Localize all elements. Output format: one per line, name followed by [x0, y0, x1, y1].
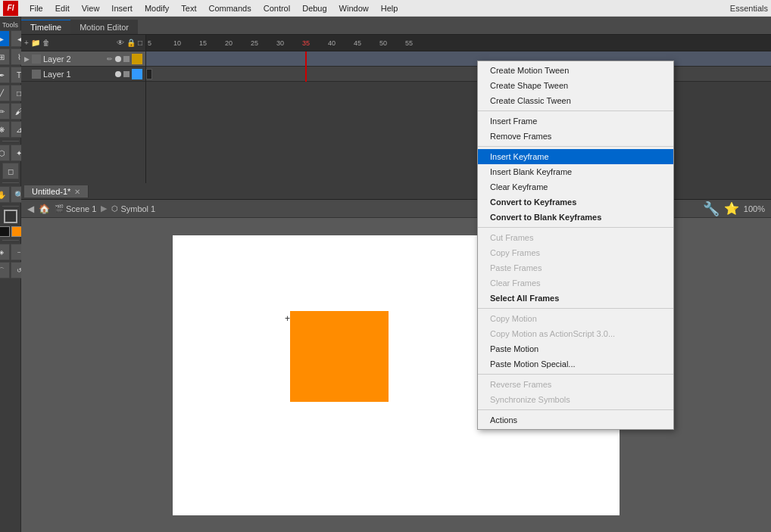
- menu-window[interactable]: Window: [334, 2, 374, 14]
- layer2-expand-icon: ▶: [24, 55, 30, 63]
- outline-icon[interactable]: □: [138, 39, 142, 47]
- fl-logo: Fl: [3, 1, 18, 16]
- ctx-clear-frames: Clear Frames: [478, 275, 673, 291]
- frame-40: 40: [328, 39, 354, 47]
- tab-timeline[interactable]: Timeline: [21, 20, 70, 34]
- snap-icon[interactable]: ◈: [0, 244, 10, 260]
- layer2-lock-dot[interactable]: [123, 56, 130, 62]
- frame-45: 45: [354, 39, 379, 47]
- frame-50: 50: [379, 39, 405, 47]
- menu-help[interactable]: Help: [376, 2, 404, 14]
- ctx-paste-frames: Paste Frames: [478, 260, 673, 275]
- ctx-reverse-frames: Reverse Frames: [478, 377, 673, 392]
- deco-tool[interactable]: ❋: [0, 121, 10, 138]
- orange-rectangle[interactable]: [290, 311, 389, 402]
- tool-divider-4: [2, 240, 19, 241]
- tab-motion-editor[interactable]: Motion Editor: [70, 20, 138, 34]
- ctx-insert-keyframe[interactable]: Insert Keyframe: [478, 149, 673, 164]
- layer-row-2[interactable]: ▶ Layer 2 ✏: [21, 51, 145, 67]
- paint-bucket-tool[interactable]: ⬡: [0, 145, 10, 161]
- frame-25: 25: [251, 39, 276, 47]
- eye-icon[interactable]: 👁: [117, 39, 124, 47]
- crosshair-icon: +: [285, 313, 290, 324]
- ctx-sep-5: [478, 374, 673, 375]
- breadcrumb-symbol1-label: Symbol 1: [120, 204, 155, 213]
- menu-view[interactable]: View: [76, 2, 105, 14]
- ctx-actions[interactable]: Actions: [478, 412, 673, 428]
- ctx-copy-motion-as: Copy Motion as ActionScript 3.0...: [478, 326, 673, 341]
- ctx-sep-4: [478, 308, 673, 309]
- timeline-frames-area[interactable]: 5 10 15 20 25 30 35 40 45 50 55: [146, 35, 771, 183]
- ctx-select-all-frames[interactable]: Select All Frames: [478, 291, 673, 306]
- ctx-clear-keyframe[interactable]: Clear Keyframe: [478, 179, 673, 194]
- menu-debug[interactable]: Debug: [297, 2, 332, 14]
- layer1-track[interactable]: [146, 67, 771, 82]
- tools-icon-right[interactable]: 🔧: [703, 201, 719, 217]
- playhead: [305, 51, 307, 82]
- pen-tool[interactable]: ✒: [0, 67, 10, 83]
- ctx-convert-to-keyframes[interactable]: Convert to Keyframes: [478, 194, 673, 210]
- star-icon[interactable]: ⭐: [724, 201, 739, 216]
- stage-tab-untitled[interactable]: Untitled-1* ✕: [24, 185, 89, 198]
- menu-commands[interactable]: Commands: [203, 2, 256, 14]
- tools-label: Tools: [2, 21, 18, 29]
- breadcrumb-scene1[interactable]: 🎬 Scene 1: [55, 204, 96, 213]
- select-tool[interactable]: ▸: [0, 30, 10, 47]
- ctx-paste-motion[interactable]: Paste Motion: [478, 341, 673, 356]
- ctx-create-classic-tween[interactable]: Create Classic Tween: [478, 93, 673, 108]
- forward-arrow-icon[interactable]: 🏠: [39, 204, 50, 214]
- ctx-cut-frames: Cut Frames: [478, 230, 673, 245]
- timeline-layers: + 📁 🗑 👁 🔒 □ ▶ Layer 2: [21, 35, 146, 183]
- menu-insert[interactable]: Insert: [106, 2, 138, 14]
- pencil-tool[interactable]: ✏: [0, 103, 10, 120]
- ctx-sep-6: [478, 409, 673, 410]
- frame-20: 20: [225, 39, 251, 47]
- ctx-insert-frame[interactable]: Insert Frame: [478, 114, 673, 129]
- breadcrumb-scene1-label: Scene 1: [66, 204, 96, 213]
- ctx-paste-motion-special[interactable]: Paste Motion Special...: [478, 356, 673, 372]
- tool-divider-1: [2, 141, 19, 142]
- stroke-color[interactable]: [4, 210, 17, 223]
- hand-tool[interactable]: ✋: [0, 186, 10, 203]
- free-transform-tool[interactable]: ⊞: [0, 48, 10, 65]
- stroke-color-swatch[interactable]: [0, 226, 10, 237]
- layer2-track[interactable]: [146, 51, 771, 67]
- menu-edit[interactable]: Edit: [50, 2, 75, 14]
- scene-icon: 🎬: [55, 204, 64, 213]
- eraser-tool[interactable]: ◻: [2, 163, 19, 179]
- new-layer-icon[interactable]: +: [24, 39, 29, 47]
- layer2-color: [132, 54, 142, 64]
- layer-row-1[interactable]: ▶ Layer 1: [21, 67, 145, 82]
- breadcrumb-symbol1[interactable]: ⬡ Symbol 1: [111, 204, 155, 213]
- essentials-label: Essentials: [730, 4, 768, 13]
- ctx-insert-blank-keyframe[interactable]: Insert Blank Keyframe: [478, 164, 673, 179]
- ctx-create-shape-tween[interactable]: Create Shape Tween: [478, 78, 673, 93]
- tool-divider-2: [2, 182, 19, 183]
- layer1-name: Layer 1: [43, 70, 113, 79]
- layer2-pencil-icon: ✏: [107, 55, 113, 63]
- back-arrow-icon[interactable]: ◀: [27, 204, 34, 214]
- layer1-lock-dot[interactable]: [123, 71, 130, 77]
- line-tool[interactable]: ╱: [0, 85, 10, 101]
- ctx-remove-frames[interactable]: Remove Frames: [478, 129, 673, 144]
- ctx-create-motion-tween[interactable]: Create Motion Tween: [478, 63, 673, 78]
- layer2-visibility-dot[interactable]: [115, 56, 121, 62]
- zoom-control[interactable]: 100%: [744, 204, 765, 213]
- ctx-convert-to-blank-keyframes[interactable]: Convert to Blank Keyframes: [478, 210, 673, 225]
- frame-5: 5: [148, 39, 173, 47]
- menu-text[interactable]: Text: [176, 2, 201, 14]
- menu-file[interactable]: File: [24, 2, 48, 14]
- menu-modify[interactable]: Modify: [139, 2, 174, 14]
- stage-tab-label: Untitled-1*: [32, 187, 70, 196]
- straighten-icon[interactable]: ⌒: [0, 262, 10, 278]
- frame-10: 10: [173, 39, 199, 47]
- stage-tab-close[interactable]: ✕: [74, 188, 80, 196]
- layer1-thumb: [32, 70, 41, 79]
- tool-row-8: ◻: [2, 163, 19, 179]
- layer1-visibility-dot[interactable]: [115, 71, 121, 77]
- lock-icon[interactable]: 🔒: [126, 39, 136, 47]
- add-folder-icon[interactable]: 📁: [31, 39, 40, 47]
- delete-layer-icon[interactable]: 🗑: [42, 39, 50, 47]
- fill-color-swatch[interactable]: [11, 226, 22, 237]
- menu-control[interactable]: Control: [258, 2, 295, 14]
